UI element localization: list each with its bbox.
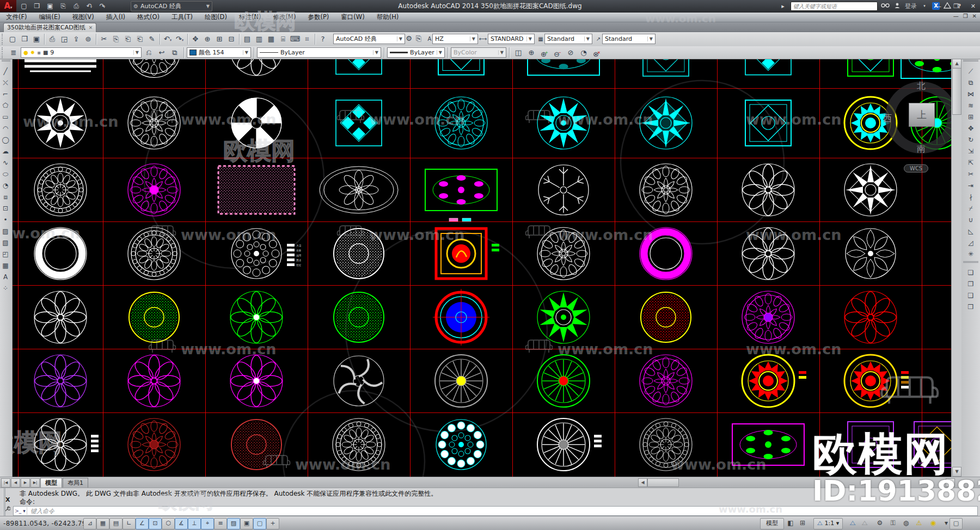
hscroll-thumb[interactable]	[647, 478, 679, 487]
compass-west-label[interactable]: 西	[883, 113, 892, 125]
user-icon[interactable]	[893, 2, 902, 10]
break-icon[interactable]: ⌿	[965, 203, 976, 214]
bulb-icon[interactable]: ◉	[928, 518, 939, 528]
compass-north-label[interactable]: 北	[917, 81, 926, 92]
lineweight-dropdown[interactable]: ByLayer▼	[387, 47, 445, 58]
spline-icon[interactable]: ∿	[0, 157, 11, 169]
viewcube-compass[interactable]: 北西东南上WCS	[873, 71, 952, 180]
undo-icon[interactable]: ↶▾	[162, 33, 174, 45]
autocad-logo[interactable]: A▾	[0, 0, 16, 12]
ortho-icon[interactable]: ∟	[122, 518, 136, 529]
tab-prev-button[interactable]: ◀	[11, 478, 20, 488]
saveas-icon[interactable]: ⎘	[58, 1, 69, 11]
stretch-icon[interactable]: ⇱	[965, 157, 976, 169]
hscroll-left-icon[interactable]: ◀	[638, 478, 647, 487]
batch-plot-icon[interactable]: ⊚	[82, 33, 94, 45]
menu-item-9[interactable]: 参数(P)	[302, 12, 335, 22]
vertical-scrollbar[interactable]: ▲ ▼	[951, 59, 961, 477]
tab-first-button[interactable]: |◀	[1, 478, 10, 488]
copy-icon[interactable]: ⧉	[965, 77, 976, 89]
named-viewport-icon[interactable]: ⊕	[525, 47, 537, 59]
plot-preview-icon[interactable]: ◲	[58, 33, 70, 45]
revision-cloud-icon[interactable]: ☁	[0, 146, 11, 157]
menu-item-11[interactable]: 帮助(H)	[371, 12, 405, 22]
bring-to-front-icon[interactable]: ❏	[965, 267, 976, 279]
signin-arrow-icon[interactable]: ▾	[920, 4, 929, 8]
layer-states-icon[interactable]: ⧉	[169, 47, 181, 59]
tab-last-button[interactable]: ▶|	[30, 478, 40, 488]
pan-icon[interactable]: ✥	[189, 33, 201, 45]
osnap-3d-icon[interactable]: ⬡	[162, 518, 175, 529]
clean-screen-warning-icon[interactable]: ⚠	[914, 518, 924, 528]
command-close-icon[interactable]: X	[5, 496, 10, 503]
workspace-save-icon[interactable]: ⎘	[413, 33, 425, 45]
doc-close-button[interactable]: ✕	[972, 13, 977, 19]
insert-block-icon[interactable]: ⧈	[0, 192, 11, 203]
text-style-dropdown[interactable]: HZ▼	[432, 34, 478, 44]
grid-icon[interactable]: ▤	[109, 518, 122, 529]
workspace-gear-icon[interactable]: ⚙	[874, 518, 885, 528]
toolbar-grip[interactable]	[2, 34, 5, 45]
file-tab-close-icon[interactable]: ✕	[89, 25, 93, 30]
copy-clip-icon[interactable]: ⎘	[110, 33, 122, 45]
cut-icon[interactable]: ✂	[98, 33, 110, 45]
infer-constraints-icon[interactable]: ⊿	[83, 518, 96, 529]
selection-cycling-icon[interactable]: ▢	[253, 518, 266, 529]
performance-icon[interactable]: ◍	[901, 518, 911, 528]
tab-next-button[interactable]: ▶	[21, 478, 30, 488]
paste-block-icon[interactable]: ⎗	[134, 33, 146, 45]
quick-properties-icon[interactable]: ▣	[240, 518, 253, 529]
region-icon[interactable]: ◰	[0, 249, 11, 260]
annotation-scale-button[interactable]: ⧍ 1:1 ▾	[813, 518, 843, 529]
otrack-icon[interactable]: ∡	[175, 518, 188, 529]
close-button[interactable]: ✕	[971, 3, 976, 10]
mirror-icon[interactable]: ⋈	[965, 89, 976, 100]
toolbar-grip[interactable]	[2, 47, 5, 58]
send-to-back-icon[interactable]: ❐	[965, 279, 976, 290]
table-icon[interactable]: ▦	[0, 260, 11, 272]
move-icon[interactable]: ✥	[965, 123, 976, 134]
shade-icon[interactable]: ◔	[578, 47, 590, 59]
zoom-window-icon[interactable]: ⊞	[213, 33, 225, 45]
viewport-dialog-icon[interactable]: ◫	[512, 47, 524, 59]
toolbar-grip[interactable]	[2, 60, 10, 65]
zoom-realtime-icon[interactable]: ⊕	[201, 33, 213, 45]
lwt-icon[interactable]: ≡	[214, 518, 227, 529]
tab-model[interactable]: 模型	[40, 478, 62, 488]
command-customize-icon[interactable]	[4, 506, 10, 514]
open-icon[interactable]: ❒	[32, 1, 42, 11]
chevron-down-icon[interactable]: ▼	[243, 50, 248, 55]
linetype-dropdown[interactable]: ByLayer▼	[257, 47, 381, 58]
point-style-icon[interactable]: ⁘	[0, 283, 11, 294]
make-block-icon[interactable]: ⊡	[0, 203, 11, 214]
model-space-button[interactable]: 模型	[760, 518, 784, 529]
vp-thaw-icon[interactable]: ⊖−	[552, 47, 564, 59]
viewcube-top-face[interactable]: 上	[909, 103, 935, 127]
menu-item-3[interactable]: 插入(I)	[100, 12, 131, 22]
vscroll-thumb[interactable]	[952, 68, 961, 115]
menu-item-0[interactable]: 文件(F)	[0, 12, 33, 22]
break-at-point-icon[interactable]: ∤	[965, 192, 976, 203]
osnap-icon[interactable]: ⊡	[149, 518, 162, 529]
explode-icon[interactable]: ✳	[965, 249, 976, 260]
construction-line-icon[interactable]: ⤬	[0, 77, 11, 89]
save-icon[interactable]: ▣	[45, 1, 56, 11]
wcs-dropdown[interactable]: WCS	[904, 164, 928, 172]
tab-layout1[interactable]: 布局1	[63, 478, 88, 488]
chamfer-icon[interactable]: ◺	[965, 226, 976, 237]
join-icon[interactable]: ∪	[965, 214, 976, 226]
table-style-dropdown[interactable]: Standard▼	[544, 34, 592, 44]
polyline-icon[interactable]: ⌐	[0, 89, 11, 100]
vp-freeze-new-icon[interactable]: ⊕+	[538, 47, 550, 59]
point-icon[interactable]: •	[0, 214, 11, 226]
snap-icon[interactable]: ▦	[96, 518, 109, 529]
layer-properties-icon[interactable]: ≣	[8, 47, 20, 59]
ellipse-arc-icon[interactable]: ◔	[0, 180, 11, 192]
publish-icon[interactable]: ⇪	[70, 33, 82, 45]
mtext-icon[interactable]: A	[0, 272, 11, 283]
delete-icon[interactable]: ⊗✕	[591, 47, 603, 59]
match-properties-icon[interactable]: ✎	[146, 33, 158, 45]
toolbar-grip[interactable]	[963, 60, 978, 65]
make-object-layer-current-icon[interactable]: ⎌	[143, 47, 155, 59]
autoscale-icon[interactable]: ⧍	[859, 518, 870, 528]
